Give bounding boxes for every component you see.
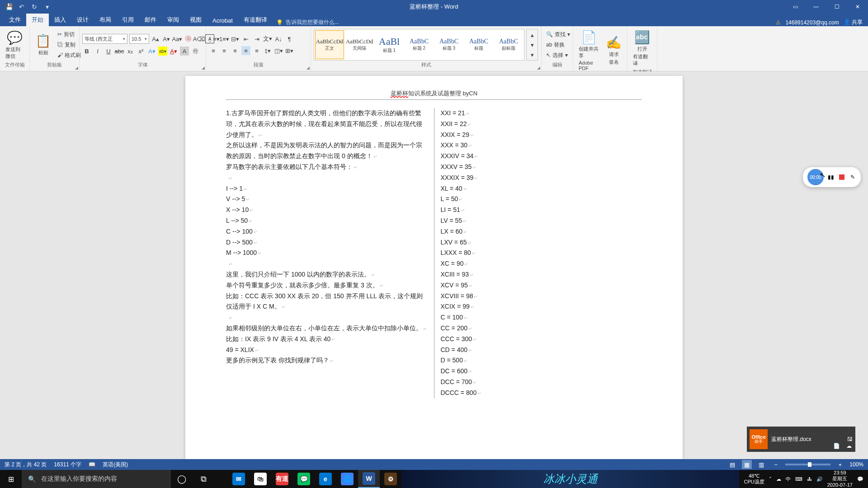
- para-launcher-icon[interactable]: ◢: [307, 66, 310, 70]
- tab-design[interactable]: 设计: [71, 14, 94, 26]
- style-heading3[interactable]: AaBbC标题 3: [434, 30, 463, 59]
- style-more-icon[interactable]: ▾: [528, 50, 537, 59]
- web-layout-button[interactable]: ▥: [756, 460, 766, 469]
- zoom-out-button[interactable]: −: [771, 460, 781, 469]
- show-marks-button[interactable]: ¶: [285, 34, 294, 43]
- asian-layout-button[interactable]: 文▾: [263, 34, 272, 43]
- volume-icon[interactable]: 🔊: [816, 476, 823, 482]
- save-icon[interactable]: 💾: [4, 1, 14, 12]
- tab-mailings[interactable]: 邮件: [139, 14, 162, 26]
- text-effects-button[interactable]: A▾: [147, 47, 156, 56]
- tab-insert[interactable]: 插入: [49, 14, 71, 26]
- grow-font-button[interactable]: A▴: [151, 34, 160, 43]
- style-scroll-up-icon[interactable]: ▴: [528, 30, 537, 39]
- sort-button[interactable]: A↓: [274, 34, 283, 43]
- shading-button[interactable]: ◫▾: [274, 46, 283, 55]
- office-cloud-icon[interactable]: ☁: [846, 443, 852, 449]
- underline-button[interactable]: U: [104, 47, 113, 56]
- tray-expand-icon[interactable]: ˄: [769, 476, 772, 482]
- style-heading2[interactable]: AaBbC标题 2: [405, 30, 434, 59]
- copy-button[interactable]: ⿻复制: [56, 40, 83, 50]
- tab-references[interactable]: 引用: [117, 14, 139, 26]
- rec-pencil-button[interactable]: ✎: [849, 174, 856, 181]
- notifications-icon[interactable]: 💬: [857, 476, 863, 482]
- redo-icon[interactable]: ↻: [29, 1, 40, 12]
- style-subtitle[interactable]: AaBbC副标题: [494, 30, 523, 59]
- select-button[interactable]: ↖选择▾: [544, 51, 572, 60]
- font-name-combo[interactable]: 等线 (西文正▾: [82, 34, 127, 44]
- rec-pause-button[interactable]: ▮▮: [827, 174, 835, 181]
- subscript-button[interactable]: x₂: [126, 47, 135, 56]
- highlight-button[interactable]: ab▾: [158, 47, 167, 56]
- shrink-font-button[interactable]: A▾: [162, 34, 171, 43]
- phonetic-guide-button[interactable]: ⓐ: [184, 34, 193, 43]
- clear-format-button[interactable]: A⌫: [194, 34, 203, 43]
- distributed-button[interactable]: ≡: [252, 46, 261, 55]
- app-wechat[interactable]: 💬: [293, 470, 315, 488]
- language-indicator[interactable]: 英语(美国): [103, 461, 128, 469]
- cortana-button[interactable]: ◯: [171, 470, 193, 488]
- tab-layout[interactable]: 布局: [94, 14, 117, 26]
- align-right-button[interactable]: ≡: [231, 46, 240, 55]
- tab-youdao[interactable]: 有道翻译: [238, 14, 273, 26]
- rec-stop-button[interactable]: [838, 174, 845, 181]
- office-doc-icon[interactable]: 📄: [833, 443, 840, 449]
- font-size-combo[interactable]: 10.5▾: [129, 34, 149, 44]
- align-left-button[interactable]: ≡: [209, 46, 218, 55]
- app-edge[interactable]: e: [315, 470, 336, 488]
- share-button[interactable]: 👤 共享: [844, 19, 863, 26]
- print-layout-button[interactable]: ▦: [742, 460, 752, 469]
- app-mail[interactable]: ✉: [228, 470, 250, 488]
- tab-home[interactable]: 开始: [26, 14, 49, 26]
- change-case-button[interactable]: Aa▾: [173, 34, 182, 43]
- strikethrough-button[interactable]: abc: [115, 47, 124, 56]
- app-youdao[interactable]: 有道: [271, 470, 293, 488]
- line-spacing-button[interactable]: ‡▾: [263, 46, 272, 55]
- style-heading1[interactable]: AaBl标题 1: [375, 30, 404, 59]
- replace-button[interactable]: ab替换: [544, 40, 572, 50]
- tab-file[interactable]: 文件: [4, 14, 26, 26]
- tell-me-search[interactable]: 💡 告诉我您想要做什么...: [273, 19, 339, 26]
- cpu-temp[interactable]: 48℃CPU温度: [744, 473, 764, 485]
- align-center-button[interactable]: ≡: [220, 46, 229, 55]
- recording-widget[interactable]: 00:00 ▮▮ ✎: [803, 167, 861, 187]
- bullets-button[interactable]: ⋮≡▾: [209, 34, 218, 43]
- enclose-char-button[interactable]: ㊕: [191, 47, 200, 56]
- ribbon-display-icon[interactable]: ▭: [785, 0, 806, 14]
- tab-view[interactable]: 视图: [184, 14, 207, 26]
- start-button[interactable]: ⊞: [0, 470, 22, 488]
- read-mode-button[interactable]: ▤: [727, 460, 737, 469]
- borders-button[interactable]: ⊞▾: [285, 46, 294, 55]
- style-normal[interactable]: AaBbCcDd正文: [315, 30, 344, 59]
- tray-cloud-icon[interactable]: ☁: [776, 476, 781, 482]
- tab-review[interactable]: 审阅: [162, 14, 184, 26]
- network-icon[interactable]: 🖧: [807, 476, 812, 482]
- font-color-button[interactable]: A▾: [169, 47, 178, 56]
- taskbar-search[interactable]: 🔍 在这里输入你要搜索的内容: [22, 470, 171, 488]
- increase-indent-button[interactable]: ⇥: [252, 34, 261, 43]
- clipboard-launcher-icon[interactable]: ◢: [75, 66, 78, 70]
- ime-indicator[interactable]: 中: [786, 476, 791, 483]
- cut-button[interactable]: ✂剪切: [56, 30, 83, 39]
- app-store[interactable]: 🛍: [250, 470, 271, 488]
- app-word[interactable]: W: [358, 470, 380, 488]
- numbering-button[interactable]: 1≡▾: [220, 34, 229, 43]
- format-painter-button[interactable]: 🖌格式刷: [56, 51, 83, 60]
- zoom-value[interactable]: 100%: [849, 461, 863, 468]
- styles-launcher-icon[interactable]: ◢: [537, 66, 540, 70]
- qat-more-icon[interactable]: ▾: [42, 1, 52, 12]
- italic-button[interactable]: I: [93, 47, 102, 56]
- char-shading-button[interactable]: A: [180, 47, 189, 56]
- paste-button[interactable]: 📋粘贴: [33, 32, 54, 58]
- request-sign-button[interactable]: ✍请求签名: [603, 33, 624, 67]
- clock[interactable]: 23:59星期五2020-07-17: [827, 470, 853, 488]
- ime-mode-icon[interactable]: ⌨: [795, 476, 802, 482]
- youdao-translate-button[interactable]: 🔤打开有道翻译: [630, 28, 654, 69]
- multilevel-button[interactable]: ⊟▾: [231, 34, 240, 43]
- minimize-button[interactable]: —: [806, 0, 826, 14]
- superscript-button[interactable]: x²: [137, 47, 146, 56]
- office-assistant-popup[interactable]: Office助手 蓝桥杯整理.docx 🖫 📄 ☁: [747, 427, 855, 452]
- maximize-button[interactable]: ☐: [826, 0, 847, 14]
- office-save-icon[interactable]: 🖫: [847, 436, 853, 442]
- send-to-wechat-button[interactable]: 💬发送到微信: [3, 28, 27, 61]
